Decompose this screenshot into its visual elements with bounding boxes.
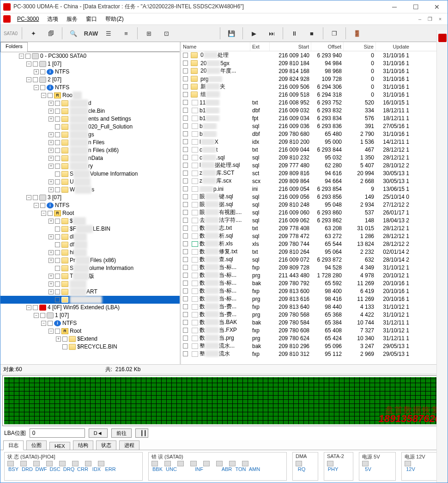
expand-toggle[interactable]: + (48, 234, 54, 239)
file-row[interactable]: 数 析.xlsxls209 780 74465 54413 82428/12/1… (181, 240, 448, 248)
row-checkbox[interactable] (183, 218, 188, 223)
close-button[interactable]: ✕ (426, 0, 448, 13)
row-checkbox[interactable] (183, 147, 188, 152)
file-row[interactable]: c ttxt216 009 0446 293 84446728/12/12 1 (181, 146, 448, 153)
row-checkbox[interactable] (183, 178, 188, 183)
expand-toggle[interactable]: + (48, 179, 54, 184)
file-row[interactable]: 整 流水fxp209 810 31295 1122 96929/05/13 1 (181, 350, 448, 358)
expand-toggle[interactable]: − (48, 329, 54, 334)
row-checkbox[interactable] (183, 281, 188, 286)
tree-node[interactable]: −RRoot (0, 209, 180, 217)
row-checkbox[interactable] (183, 296, 188, 301)
tree-node[interactable]: +T 版 (0, 272, 180, 280)
node-checkbox[interactable] (55, 179, 60, 184)
row-checkbox[interactable] (183, 351, 188, 356)
node-checkbox[interactable] (62, 336, 67, 342)
tree-node[interactable]: +$ (0, 217, 180, 225)
row-checkbox[interactable] (183, 265, 188, 270)
tree-node[interactable]: −iNTFS (0, 84, 180, 92)
row-checkbox[interactable] (183, 273, 188, 278)
tree-node[interactable]: + ents and Settings (0, 115, 180, 123)
row-checkbox[interactable] (183, 68, 188, 73)
tree-node[interactable]: +W s (0, 186, 180, 194)
file-row[interactable]: 数 当-标...fxp209 809 72894 5284 34931/10/1… (181, 263, 448, 271)
file-row[interactable]: 数 当.BAKbak209 780 58465 38410 74431/12/1… (181, 318, 448, 326)
expand-toggle[interactable] (48, 242, 54, 247)
row-checkbox[interactable] (183, 328, 188, 333)
tree-node[interactable]: −1 [07] (0, 60, 180, 68)
lba-mark-button[interactable]: D◄ (89, 428, 108, 438)
file-row[interactable]: p.iniini216 009 0546 293 854913/06/15 1 (181, 185, 448, 193)
expand-toggle[interactable]: − (34, 85, 39, 90)
node-checkbox[interactable] (55, 258, 60, 263)
tab-struct[interactable]: 结构 (73, 440, 93, 450)
row-checkbox[interactable] (183, 92, 188, 97)
expand-toggle[interactable]: + (48, 250, 54, 255)
expand-toggle[interactable]: − (19, 54, 24, 59)
mdi-close-button[interactable]: × (436, 15, 445, 23)
node-checkbox[interactable] (48, 211, 53, 216)
save-icon[interactable]: 💾 (223, 26, 240, 40)
row-checkbox[interactable] (183, 139, 188, 144)
expand-toggle[interactable]: + (48, 258, 54, 263)
row-checkbox[interactable] (183, 288, 188, 293)
expand-toggle[interactable]: − (41, 321, 46, 326)
row-checkbox[interactable] (183, 202, 188, 207)
row-checkbox[interactable] (183, 108, 188, 113)
report-icon[interactable]: 🗐 (42, 26, 59, 40)
node-checkbox[interactable] (55, 109, 60, 114)
tree-node[interactable]: +Pr Files (x86) (0, 257, 180, 264)
tree-node[interactable]: −2 [07] (0, 76, 180, 84)
node-checkbox[interactable] (55, 148, 60, 153)
play-icon[interactable]: ▶ (246, 26, 262, 40)
tree-node[interactable]: + gs (0, 131, 180, 139)
expand-toggle[interactable] (56, 344, 61, 349)
search-icon[interactable]: 🔍 (65, 26, 82, 40)
row-checkbox[interactable] (183, 241, 188, 246)
file-row[interactable]: 数 查.sqlsql216 009 0726 293 87263228/10/1… (181, 256, 448, 263)
node-checkbox[interactable] (25, 54, 30, 59)
node-checkbox[interactable] (40, 85, 45, 90)
tools-icon[interactable]: ✦ (25, 26, 42, 40)
row-checkbox[interactable] (183, 155, 188, 160)
node-checkbox[interactable] (55, 171, 60, 177)
file-row[interactable]: c .sqlsql209 810 23295 0321 35028/12/12 … (181, 153, 448, 161)
tab-hex[interactable]: HEX (49, 442, 70, 450)
file-row[interactable]: 20 5gx209 810 18494 984031/10/16 1 (181, 59, 448, 67)
expand-toggle[interactable]: + (48, 148, 54, 153)
sector-map[interactable]: ▲ ▼ 盘首数据恢复 18913587620 (2, 375, 446, 426)
tree-node[interactable]: + (0, 280, 180, 288)
node-checkbox[interactable] (55, 281, 60, 287)
node-checkbox[interactable] (33, 195, 38, 200)
row-checkbox[interactable] (183, 312, 188, 317)
tree-node[interactable]: + ART (0, 288, 180, 296)
tree-node[interactable]: + d (0, 99, 180, 107)
tree-node[interactable]: + ry (0, 162, 180, 170)
node-checkbox[interactable] (62, 344, 67, 349)
tree-node[interactable]: $F LE.BIN (0, 225, 180, 233)
minimize-button[interactable]: ─ (384, 0, 405, 13)
node-checkbox[interactable] (55, 124, 60, 129)
file-row[interactable]: 11 txt216 008 9526 293 75252016/10/15 1 (181, 98, 448, 106)
tree-node[interactable]: + n Files (0, 139, 180, 147)
expand-toggle[interactable] (48, 297, 54, 302)
file-row[interactable]: 数 当-费...prg209 780 56865 3684 42231/10/1… (181, 311, 448, 318)
row-checkbox[interactable] (183, 116, 188, 121)
expand-toggle[interactable]: − (34, 203, 39, 208)
expand-toggle[interactable] (48, 226, 54, 232)
stop-icon[interactable]: ■ (303, 26, 320, 40)
node-checkbox[interactable] (40, 69, 45, 74)
tree-node[interactable]: + nData (0, 154, 180, 162)
row-checkbox[interactable] (183, 320, 188, 325)
expand-toggle[interactable]: + (48, 101, 54, 106)
col-update[interactable]: Update (376, 42, 413, 51)
row-checkbox[interactable] (183, 304, 188, 309)
tree-node[interactable]: −iNTFS (0, 319, 180, 327)
col-size[interactable]: Size (344, 42, 376, 51)
node-checkbox[interactable] (55, 132, 60, 137)
node-checkbox[interactable] (55, 297, 60, 302)
expand-toggle[interactable]: + (34, 69, 39, 74)
lba-go-button[interactable]: 前往 (111, 428, 132, 438)
tree-icon-2[interactable]: ⊡ (158, 26, 175, 40)
file-list-header[interactable]: Name Ext Start Offset Size Update (181, 42, 448, 51)
